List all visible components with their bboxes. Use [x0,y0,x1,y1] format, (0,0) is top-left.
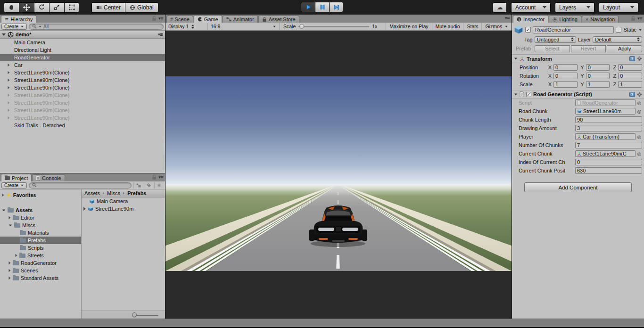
expand-icon[interactable] [8,71,10,74]
scene-header[interactable]: demo* ▾≡ [0,31,165,39]
mute-audio-button[interactable]: Mute audio [432,23,463,30]
layers-dropdown[interactable]: Layers [555,2,594,13]
zoom-slider-knob[interactable] [132,312,137,317]
scale-slider-track[interactable] [298,26,369,27]
prefab-select-button[interactable]: Select [535,45,570,52]
space-global-button[interactable]: Global [125,2,158,13]
add-component-button[interactable]: Add Component [524,182,632,192]
rotate-tool-button[interactable] [34,2,49,13]
maximize-on-play-button[interactable]: Maximize on Play [386,23,431,30]
tree-item-assets[interactable]: Assets [0,206,81,214]
expand-icon[interactable] [2,194,4,197]
hierarchy-item[interactable]: Directional Light [0,46,165,54]
project-search-input[interactable] [29,182,132,189]
scale-tool-button[interactable] [49,2,64,13]
lock-icon[interactable] [152,174,157,180]
scale-slider-knob[interactable] [299,24,304,29]
hierarchy-item[interactable]: Street1Lane90m(Clone) [0,69,165,76]
static-dropdown-icon[interactable] [639,29,642,31]
cloud-services-button[interactable]: ☁ [493,2,507,13]
help-icon[interactable]: ? [629,92,635,97]
tree-item-miscs[interactable]: Miscs [0,221,81,229]
close-icon[interactable]: × [586,16,588,22]
expand-icon[interactable] [83,207,86,211]
collapse-icon[interactable] [9,224,12,226]
expand-icon[interactable] [8,79,10,82]
breadcrumb-miscs[interactable]: Miscs [107,190,120,196]
asset-item-main-camera[interactable]: Main Camera [82,197,165,205]
gizmos-dropdown[interactable]: Gizmos [481,23,512,30]
tree-item-streets[interactable]: Streets [0,252,81,259]
hierarchy-item[interactable]: Main Camera [0,39,165,46]
tab-project[interactable]: Project [1,174,32,181]
scale-z-field[interactable]: 1 [618,81,642,88]
panel-menu-icon[interactable]: ▾≡ [505,16,510,20]
object-picker-icon[interactable]: ◎ [636,109,642,114]
tree-item-prefabs-selected[interactable]: Prefabs [0,237,81,244]
panel-menu-icon[interactable]: ▾≡ [158,16,163,21]
hierarchy-item[interactable]: Car [0,61,165,69]
help-icon[interactable]: ? [629,56,635,61]
pivot-center-button[interactable]: Center [91,2,125,13]
tab-asset-store[interactable]: Asset Store [258,16,299,23]
hierarchy-item[interactable]: Skid Trails - Detached [0,122,165,129]
index-of-current-chunk-field[interactable]: 0 [575,159,642,165]
scale-x-field[interactable]: 1 [553,81,578,88]
expand-icon[interactable] [9,262,11,264]
hierarchy-search-input[interactable]: All [29,24,164,30]
scene-menu-icon[interactable]: ▾≡ [158,32,163,37]
player-object-field[interactable]: Car (Transform) [575,133,636,140]
display-dropdown[interactable]: Display 1 [165,23,208,30]
search-by-label-button[interactable] [144,182,153,189]
tag-dropdown[interactable]: Untagged [535,36,576,43]
expand-icon[interactable] [8,116,10,119]
tab-hierarchy[interactable]: ≡ Hierarchy [1,15,36,23]
expand-icon[interactable] [16,254,17,257]
expand-icon[interactable] [9,216,11,219]
lock-icon[interactable] [152,16,157,21]
stats-button[interactable]: Stats [463,23,481,30]
prefab-apply-button[interactable]: Apply [607,45,642,52]
foldout-open-icon[interactable] [514,58,517,60]
object-picker-icon[interactable]: ◎ [636,134,642,139]
rotation-y-field[interactable]: 0 [586,73,610,79]
tab-animator[interactable]: Animator [223,16,258,23]
expand-icon[interactable] [8,64,10,66]
tab-inspector[interactable]: Inspector [513,15,548,23]
layout-dropdown[interactable]: Layout [599,2,638,13]
step-button[interactable] [329,2,343,12]
prefab-revert-button[interactable]: Revert [571,45,606,52]
expand-icon[interactable] [9,269,11,272]
tree-item-scenes[interactable]: Scenes [0,267,81,274]
collapse-icon[interactable] [2,209,5,211]
hierarchy-item-selected[interactable]: RoadGenerator [0,54,165,61]
tab-console[interactable]: Console [32,174,65,181]
active-checkbox[interactable]: ✓ [525,27,531,33]
script-object-field[interactable]: RoadGenerator [575,99,636,106]
tree-item-favorites[interactable]: ★Favorites [0,191,81,199]
rotation-x-field[interactable]: 0 [553,73,578,79]
hand-tool-button[interactable] [4,2,19,13]
hierarchy-create-button[interactable]: Create [1,24,27,30]
tree-item-scripts[interactable]: Scripts [0,244,81,252]
rect-tool-button[interactable] [64,2,79,13]
hierarchy-item-inactive[interactable]: Street1Lane90m(Clone) [0,107,165,114]
script-enabled-checkbox[interactable]: ✓ [526,92,531,97]
road-chunk-object-field[interactable]: Street1Lane90m [575,108,636,115]
move-tool-button[interactable] [19,2,34,13]
expand-icon[interactable] [9,277,11,279]
position-x-field[interactable]: 0 [553,64,578,71]
gameobject-cube-icon[interactable] [514,25,523,34]
scale-y-field[interactable]: 1 [586,81,610,88]
tree-item-editor[interactable]: Editor [0,214,81,221]
hierarchy-item-inactive[interactable]: Street1Lane90m(Clone) [0,91,165,99]
transform-component-header[interactable]: Transform ? [512,55,644,63]
static-checkbox[interactable] [616,27,621,33]
search-by-type-button[interactable] [133,182,143,189]
object-picker-icon[interactable]: ◎ [636,151,642,156]
hierarchy-item-inactive[interactable]: Street1Lane90m(Clone) [0,99,165,107]
foldout-open-icon[interactable] [2,33,6,36]
panel-menu-icon[interactable]: ▾≡ [158,175,163,180]
account-dropdown[interactable]: Account [511,2,551,13]
gear-icon[interactable] [637,56,642,61]
